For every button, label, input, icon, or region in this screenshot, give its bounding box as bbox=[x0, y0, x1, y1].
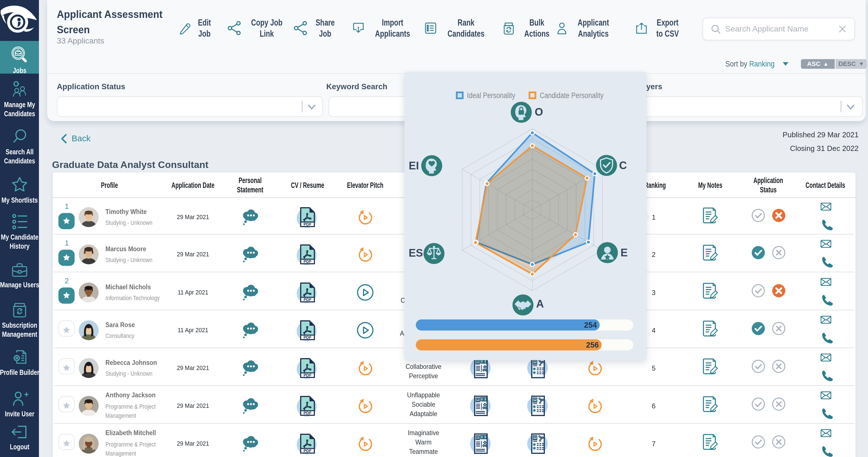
svg-text:PDF: PDF bbox=[304, 335, 311, 340]
svg-text:PDF: PDF bbox=[304, 259, 311, 264]
svg-text:PDF: PDF bbox=[304, 373, 311, 377]
svg-text:PDF: PDF bbox=[304, 297, 311, 302]
svg-text:PDF: PDF bbox=[304, 222, 311, 226]
svg-text:PDF: PDF bbox=[304, 411, 311, 415]
svg-text:PDF: PDF bbox=[304, 449, 311, 453]
